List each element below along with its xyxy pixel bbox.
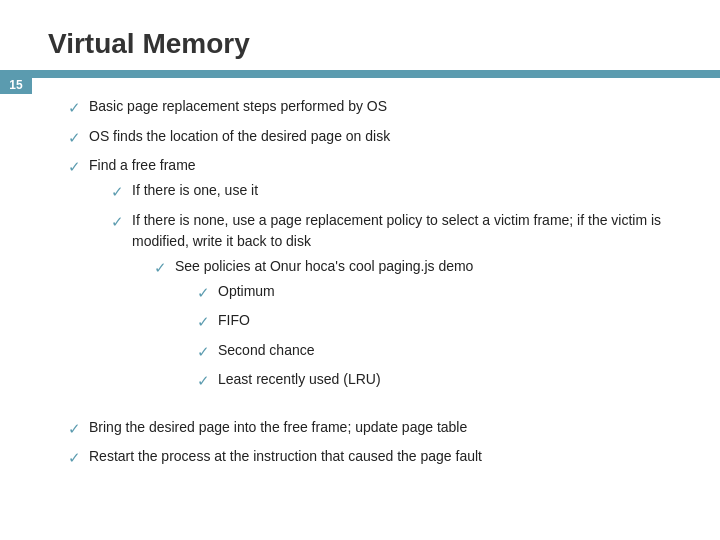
bullet-end-1: ✓ Bring the desired page into the free f… bbox=[68, 417, 672, 441]
policy-0-text: Optimum bbox=[218, 281, 672, 302]
policies-list: ✓ Optimum ✓ FIFO bbox=[197, 281, 672, 393]
sub-bullet-1: ✓ If there is one, use it bbox=[111, 180, 672, 204]
check-icon-sub-2: ✓ bbox=[111, 211, 124, 234]
policy-1-text: FIFO bbox=[218, 310, 672, 331]
check-icon-policy-1: ✓ bbox=[197, 311, 210, 334]
policy-3-text: Least recently used (LRU) bbox=[218, 369, 672, 390]
check-icon-policies: ✓ bbox=[154, 257, 167, 280]
title-area: Virtual Memory bbox=[0, 0, 720, 70]
bullet-end-2: ✓ Restart the process at the instruction… bbox=[68, 446, 672, 470]
check-icon-3: ✓ bbox=[68, 156, 81, 179]
check-icon-2: ✓ bbox=[68, 127, 81, 150]
policies-intro-text: See policies at Onur hoca's cool paging.… bbox=[175, 256, 672, 399]
slide-number: 15 bbox=[0, 76, 32, 94]
policy-1: ✓ FIFO bbox=[197, 310, 672, 334]
sub-bullet-2: ✓ If there is none, use a page replaceme… bbox=[111, 210, 672, 405]
check-icon-end-1: ✓ bbox=[68, 418, 81, 441]
policy-2-text: Second chance bbox=[218, 340, 672, 361]
slide-title: Virtual Memory bbox=[48, 28, 672, 60]
policy-0: ✓ Optimum bbox=[197, 281, 672, 305]
bullet-end-2-text: Restart the process at the instruction t… bbox=[89, 446, 672, 467]
policy-2: ✓ Second chance bbox=[197, 340, 672, 364]
bullet-1-text: Basic page replacement steps performed b… bbox=[89, 96, 672, 117]
sub-list-free-frame: ✓ If there is one, use it ✓ If there is … bbox=[111, 180, 672, 405]
slide: Virtual Memory 15 ✓ Basic page replaceme… bbox=[0, 0, 720, 540]
check-icon-end-2: ✓ bbox=[68, 447, 81, 470]
check-icon-sub-1: ✓ bbox=[111, 181, 124, 204]
content-area: ✓ Basic page replacement steps performed… bbox=[0, 78, 720, 486]
check-icon-policy-2: ✓ bbox=[197, 341, 210, 364]
check-icon-1: ✓ bbox=[68, 97, 81, 120]
sub-sub-list-policies: ✓ See policies at Onur hoca's cool pagin… bbox=[154, 256, 672, 399]
bullet-end-1-text: Bring the desired page into the free fra… bbox=[89, 417, 672, 438]
bullet-2: ✓ OS finds the location of the desired p… bbox=[68, 126, 672, 150]
sub-bullet-1-text: If there is one, use it bbox=[132, 180, 672, 201]
accent-bar bbox=[0, 70, 720, 78]
check-icon-policy-0: ✓ bbox=[197, 282, 210, 305]
policies-intro-item: ✓ See policies at Onur hoca's cool pagin… bbox=[154, 256, 672, 399]
bullet-3-text: Find a free frame ✓ If there is one, use… bbox=[89, 155, 672, 411]
check-icon-policy-3: ✓ bbox=[197, 370, 210, 393]
policy-3: ✓ Least recently used (LRU) bbox=[197, 369, 672, 393]
bullet-1: ✓ Basic page replacement steps performed… bbox=[68, 96, 672, 120]
bullet-3: ✓ Find a free frame ✓ If there is one, u… bbox=[68, 155, 672, 411]
sub-bullet-2-text: If there is none, use a page replacement… bbox=[132, 210, 672, 405]
bullet-2-text: OS finds the location of the desired pag… bbox=[89, 126, 672, 147]
